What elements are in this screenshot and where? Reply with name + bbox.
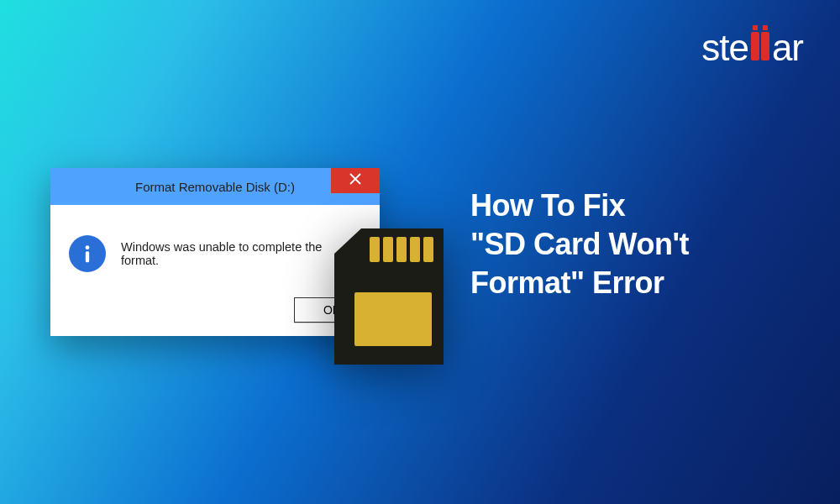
headline-bold-2: Format (470, 265, 570, 300)
headline: How To Fix "SD Card Won't Format" Error (470, 186, 806, 302)
svg-rect-2 (334, 309, 341, 333)
svg-rect-5 (396, 237, 407, 262)
svg-rect-8 (354, 292, 432, 346)
svg-rect-4 (383, 237, 393, 262)
headline-line2: "SD Card Won't (470, 225, 806, 264)
brand-text-right: ar (772, 27, 803, 69)
headline-line1: How To Fix (470, 186, 806, 225)
format-error-dialog: Format Removable Disk (D:) Windows was u… (50, 168, 380, 336)
headline-bold-1: SD Card Won't (485, 227, 689, 261)
svg-rect-6 (410, 237, 420, 262)
svg-rect-1 (86, 251, 89, 262)
close-icon (349, 173, 361, 188)
svg-rect-3 (370, 237, 380, 262)
dialog-title: Format Removable Disk (D:) (135, 180, 295, 194)
brand-ll-icon (750, 32, 770, 60)
dialog-message: Windows was unable to complete the forma… (121, 240, 361, 267)
headline-tail: " Error (570, 265, 664, 300)
svg-rect-7 (423, 237, 433, 262)
headline-quote-open: " (470, 227, 485, 261)
brand-logo: ste ar (701, 27, 803, 69)
info-icon (69, 235, 106, 272)
sd-card-icon (334, 228, 444, 365)
close-button[interactable] (331, 168, 380, 193)
headline-line3: Format" Error (470, 264, 806, 302)
brand-text-left: ste (701, 27, 748, 69)
dialog-body: Windows was unable to complete the forma… (50, 205, 380, 297)
dialog-titlebar[interactable]: Format Removable Disk (D:) (50, 168, 380, 205)
dialog-footer: OK (50, 297, 380, 336)
svg-point-0 (86, 245, 90, 249)
